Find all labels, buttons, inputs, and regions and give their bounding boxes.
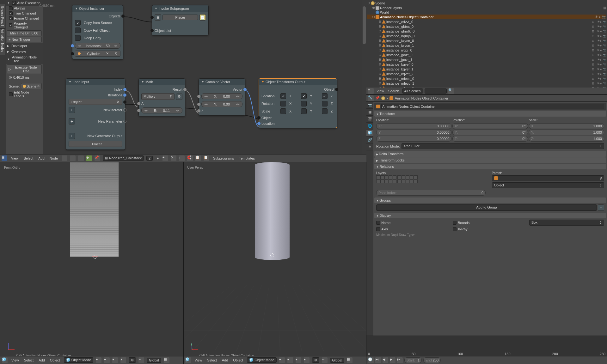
scl-x-check[interactable] <box>280 108 286 114</box>
play-start-icon[interactable]: ⏮ <box>375 357 381 363</box>
outliner-tree[interactable]: ⊖Scene ⊕▦RenderLayers▦ World ⊖Animation … <box>366 0 607 95</box>
outliner-item[interactable]: ⊕instance_jpozt_0⊞ 👁 ▸ 📷 <box>367 52 606 57</box>
new-trigger-button[interactable]: New Trigger <box>11 38 30 41</box>
physics-tab[interactable]: ⚛ <box>366 143 373 150</box>
shading-1[interactable]: ● <box>279 357 285 363</box>
copy-icon[interactable]: 📋 <box>195 155 201 161</box>
note-icon[interactable]: 📄 <box>199 14 206 21</box>
play-icon[interactable]: ▶ <box>390 357 395 363</box>
users-field[interactable]: 2 <box>146 156 153 161</box>
view-menu[interactable]: View <box>10 156 20 161</box>
viewport-right[interactable]: User Persp (14) Animation Nodes Object C… <box>183 162 367 364</box>
outliner-item[interactable]: ⊕instance_cdvvt_0⊞ 👁 ▸ 📷 <box>367 19 606 24</box>
constraints-tab[interactable]: 🔗 <box>366 136 373 143</box>
object-field[interactable]: Object✕ <box>69 99 122 105</box>
scl-y-check[interactable] <box>301 108 307 114</box>
exec-tree-button[interactable]: Execute Node Tree <box>12 65 40 73</box>
start-frame[interactable]: Start:1 <box>404 357 422 363</box>
grease-pencil-tab[interactable]: Grease Pencil <box>0 3 5 29</box>
object-tab[interactable]: 🧊 <box>366 130 373 136</box>
scene-selector[interactable]: Scene <box>27 84 36 88</box>
orientation-select[interactable]: Global <box>330 358 345 363</box>
shading-4[interactable]: ● <box>120 357 126 363</box>
gear-icon[interactable]: ⚙ <box>176 94 182 100</box>
outliner-item[interactable]: ⊕instance_kqvef_0⊞ 👁 ▸ 📷 <box>367 62 606 67</box>
breadcrumb[interactable]: Animation Nodes Object Container <box>395 96 448 100</box>
add-parameter-button[interactable]: + <box>69 118 75 124</box>
xray-check[interactable] <box>453 227 457 231</box>
object-menu[interactable]: Object <box>232 358 244 363</box>
instances-field[interactable]: Instances:50 <box>75 43 120 49</box>
go-parent-icon[interactable]: ↑ <box>179 155 185 161</box>
viewport-left[interactable]: Front Ortho (14) Animation Nodes Object … <box>0 162 183 364</box>
outliner-item[interactable]: ⊕instance_mlecc_1⊞ 👁 ▸ 📷 <box>367 81 606 86</box>
rot-z-check[interactable] <box>322 101 328 106</box>
world-item[interactable]: World <box>380 10 606 14</box>
outliner-item[interactable]: ⊕instance_jpozt_1⊞ 👁 ▸ 📷 <box>367 57 606 62</box>
editor-type-icon[interactable]: 🧊 <box>185 357 191 363</box>
placer-button[interactable]: Placer <box>162 15 198 20</box>
outliner-item[interactable]: ⊕instance_gbtos_0⊞ 👁 ▸ 📷 <box>367 24 606 29</box>
view-menu[interactable]: View <box>193 358 204 363</box>
clear-icon[interactable]: ✕ <box>37 84 40 88</box>
loc-z-check[interactable] <box>322 93 328 99</box>
layers-icon[interactable]: ▦ <box>347 357 353 363</box>
outliner-item[interactable]: ⊕instance_kqvef_1⊞ 👁 ▸ 📷 <box>367 67 606 71</box>
copy-full-checkbox[interactable] <box>75 27 81 33</box>
scl-y[interactable]: Y:1.000 <box>529 130 604 135</box>
manipulator-icon[interactable]: ↔ <box>138 357 144 363</box>
display-header[interactable]: Display <box>374 213 606 218</box>
tree-name-field[interactable]: NodeTree_Coinstack <box>109 156 142 160</box>
type-icon-4[interactable]: ◆ <box>86 155 92 161</box>
object-instancer-node[interactable]: ▼Object Instancer Objects Copy from Sour… <box>72 5 123 59</box>
play-end-icon[interactable]: ⏭ <box>397 357 403 363</box>
type-icon-3[interactable] <box>78 155 84 161</box>
parent-type-select[interactable]: Object⇕ <box>492 182 604 188</box>
combine-vector-node[interactable]: ▼Combine Vector Vector X:0.00 Y:0.00 Z <box>199 78 245 116</box>
add-group-icon[interactable]: + <box>598 204 604 211</box>
orientation-select[interactable]: Global <box>147 358 161 363</box>
clear-icon[interactable]: ✕ <box>117 100 120 104</box>
outliner-item[interactable]: ⊕instance_iwyon_1⊞ 👁 ▸ 📷 <box>367 43 606 48</box>
placer-field[interactable]: ⊞Placer <box>69 141 122 147</box>
node-editor-scrollbar[interactable] <box>362 0 366 154</box>
world-tab[interactable]: 🌐 <box>366 123 373 130</box>
render-tab[interactable]: 📷 <box>366 102 373 109</box>
view-menu[interactable]: View <box>10 358 20 363</box>
scene-tab[interactable]: 🎬 <box>366 116 373 123</box>
select-menu[interactable]: Select <box>206 358 218 363</box>
editor-type-icon[interactable]: 🕐 <box>368 357 374 363</box>
copy-source-checkbox[interactable] <box>75 20 81 26</box>
pin-icon[interactable]: 📌 <box>375 96 380 100</box>
shading-3[interactable]: ● <box>296 357 301 363</box>
layers-grid-1[interactable] <box>376 175 396 183</box>
layers-grid-2[interactable] <box>397 175 418 183</box>
object-name-field[interactable] <box>381 104 604 109</box>
container-item[interactable]: Animation Nodes Object Container <box>380 15 594 19</box>
shading-4[interactable]: ● <box>304 357 310 363</box>
relations-header[interactable]: Relations <box>374 164 606 169</box>
object-field[interactable]: ⬣Cylinder✕⚲ <box>75 51 120 57</box>
frame-changed-checkbox[interactable] <box>9 16 13 20</box>
loc-y[interactable]: Y:0.00000 <box>376 130 451 135</box>
eyedropper-icon[interactable]: ⚲ <box>599 176 602 180</box>
scl-z[interactable]: Z:1.000 <box>529 136 604 142</box>
b-field[interactable]: B:0.11 <box>141 107 182 113</box>
eyedropper-icon[interactable]: ⚲ <box>115 52 118 56</box>
rot-z[interactable]: Z:0° <box>452 136 528 142</box>
invoke-subprogram-node[interactable]: ▼Invoke Subprogram ⊞Placer📄 Object List <box>152 5 209 35</box>
pass-index-field[interactable]: Pass Index:0 <box>376 190 486 196</box>
editor-type-icon[interactable]: ≡ <box>368 88 374 94</box>
add-menu[interactable]: Add <box>221 358 230 363</box>
rot-x[interactable]: X:0° <box>452 123 528 129</box>
bounds-check[interactable] <box>453 221 457 225</box>
mode-select[interactable]: 🧊 Object Mode <box>64 357 93 363</box>
add-menu[interactable]: Add <box>37 156 46 161</box>
outliner-item[interactable]: ⊕instance_ghmfk_0⊞ 👁 ▸ 📷 <box>367 29 606 33</box>
rot-y-check[interactable] <box>301 101 307 106</box>
pivot-select[interactable]: ⊕ <box>312 357 319 363</box>
outliner-item[interactable]: ⊕instance_kqvef_2⊞ 👁 ▸ 📷 <box>367 71 606 76</box>
editor-type-icon[interactable]: ⊞ <box>2 155 7 161</box>
loc-y-check[interactable] <box>301 93 307 99</box>
deep-copy-checkbox[interactable] <box>75 35 81 41</box>
